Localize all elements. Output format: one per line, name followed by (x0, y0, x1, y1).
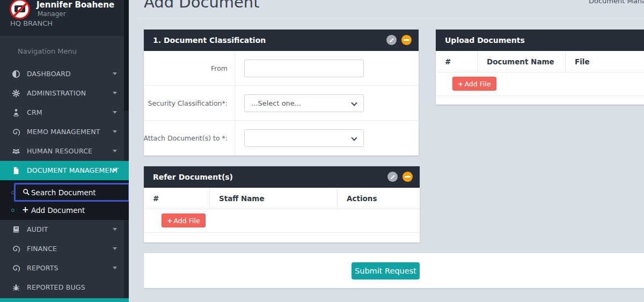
sidebar-item-crm[interactable]: CRM (0, 103, 129, 122)
panel-title: Upload Documents (445, 36, 525, 45)
sidebar-item-document-management[interactable]: DOCUMENT MANAGEMENT (0, 161, 129, 180)
form-row-from: From (144, 51, 419, 86)
sidebar-item-human-resource[interactable]: HUMAN RESOURCE (0, 142, 129, 161)
sidebar-subitem-add-document[interactable]: + Add Document (0, 201, 129, 219)
spiral-icon (12, 245, 20, 253)
form-row-attach-documents: Attach Document(s) to *: (144, 121, 419, 156)
sidebar-item-dashboard[interactable]: DASHBOARD (0, 64, 129, 84)
breadcrumb: Document Management (589, 0, 644, 5)
table-body-row: +Add File (144, 209, 420, 232)
caret-down-icon (113, 111, 117, 114)
column-header: File (566, 51, 644, 72)
sidebar-item-finance[interactable]: FINANCE (0, 239, 129, 259)
edit-icon[interactable] (386, 35, 397, 45)
user-icon (12, 108, 20, 117)
submit-bar: Submit Request (144, 253, 644, 288)
edit-icon[interactable] (387, 172, 398, 182)
title-divider (136, 18, 644, 18)
bug-icon (12, 283, 20, 292)
caret-down-icon (113, 130, 117, 133)
plus-icon: + (458, 80, 463, 88)
bullet-icon (11, 191, 14, 194)
sidebar-item-reports[interactable]: REPORTS (0, 259, 129, 278)
table-footer-row (436, 95, 644, 105)
document-management-submenu: Search Document + Add Document (0, 180, 129, 220)
table-footer-row (144, 232, 420, 242)
caret-down-icon (113, 247, 117, 250)
caret-down-icon (113, 150, 117, 152)
sidebar-item-label: DASHBOARD (27, 70, 71, 78)
user-branch: HQ BRANCH (10, 19, 53, 27)
sidebar-scrollbar[interactable] (124, 0, 129, 302)
sidebar-item-label: FINANCE (27, 245, 57, 253)
plus-icon: + (22, 205, 29, 215)
table-body-row: +Add File (436, 72, 644, 95)
refer-documents-panel: Refer Document(s) # Staff Name Actions +… (144, 166, 420, 242)
column-header: Actions (338, 188, 420, 209)
field-label: Attach Document(s) to *: (143, 134, 228, 142)
column-header: Document Name (478, 51, 566, 72)
sidebar-item-audit[interactable]: AUDIT (0, 220, 129, 239)
field-label: From (211, 64, 228, 72)
chevron-down-icon (351, 100, 357, 106)
add-file-button[interactable]: +Add File (162, 213, 206, 227)
plus-icon: + (167, 217, 172, 225)
panel-header: Upload Documents (436, 30, 644, 51)
collapse-icon[interactable] (402, 172, 413, 182)
bullet-icon (11, 209, 14, 212)
collapse-icon[interactable] (401, 35, 412, 45)
panel-header: 1. Document Classification (144, 30, 419, 51)
table-header-row: # Document Name File (436, 51, 644, 72)
user-role: Manager (38, 10, 66, 18)
attach-documents-select[interactable] (244, 129, 364, 147)
document-classification-panel: 1. Document Classification From Security… (144, 30, 419, 156)
field-label: Security Classification*: (148, 99, 228, 107)
caret-down-icon (113, 92, 117, 94)
sidebar-subitem-label: Add Document (31, 206, 85, 215)
sidebar-item-label: HUMAN RESOURCE (27, 147, 92, 155)
document-icon (12, 166, 20, 175)
user-profile: Jennifer Boahene Manager HQ BRANCH (0, 0, 129, 36)
sidebar-subitem-search-document[interactable]: Search Document (0, 183, 129, 201)
caret-down-icon (113, 267, 117, 269)
scrollbar-thumb[interactable] (124, 0, 129, 111)
caret-down-icon (113, 169, 117, 172)
submit-request-button[interactable]: Submit Request (352, 262, 420, 279)
search-icon (23, 188, 30, 196)
sidebar-subitem-label: Search Document (31, 188, 96, 197)
upload-documents-panel: Upload Documents # Document Name File +A… (436, 30, 644, 105)
page-title: Add Document (144, 0, 260, 11)
main-content: Add Document Document Management 1. Docu… (129, 0, 644, 302)
book-icon (12, 225, 20, 234)
panel-title: Refer Document(s) (153, 173, 233, 181)
sidebar-item-label: DOCUMENT MANAGEMENT (27, 166, 119, 174)
form-row-security-classification: Security Classification*: ...Select one.… (144, 86, 419, 121)
sidebar-bottom-accent (0, 298, 129, 302)
add-file-button[interactable]: +Add File (452, 77, 496, 91)
sidebar-item-memo-management[interactable]: MEMO MANAGEMENT (0, 122, 129, 142)
spiral-icon (12, 264, 20, 272)
selected-option: ...Select one... (251, 99, 301, 107)
gear-icon (12, 89, 20, 98)
nav-section-label: Navigation Menu (18, 47, 77, 55)
user-name: Jennifer Boahene (36, 0, 114, 10)
sidebar-item-reported-bugs[interactable]: REPORTED BUGS (0, 278, 129, 297)
from-input[interactable] (244, 60, 364, 77)
spiral-icon (12, 128, 20, 136)
dashboard-icon (12, 70, 20, 78)
chevron-down-icon (351, 135, 357, 141)
sidebar-item-label: CRM (27, 108, 42, 116)
panel-title: 1. Document Classification (153, 36, 266, 45)
people-icon (12, 147, 20, 156)
sidebar: Jennifer Boahene Manager HQ BRANCH Navig… (0, 0, 129, 302)
column-header: # (144, 188, 210, 209)
sidebar-item-label: ADMINISTRATION (27, 89, 86, 97)
caret-down-icon (113, 72, 117, 75)
avatar (10, 0, 30, 19)
column-header: # (436, 51, 478, 72)
panel-header: Refer Document(s) (144, 166, 420, 188)
sidebar-item-administration[interactable]: ADMINISTRATION (0, 84, 129, 103)
table-header-row: # Staff Name Actions (144, 188, 420, 209)
security-classification-select[interactable]: ...Select one... (244, 94, 364, 112)
column-header: Staff Name (210, 188, 338, 209)
